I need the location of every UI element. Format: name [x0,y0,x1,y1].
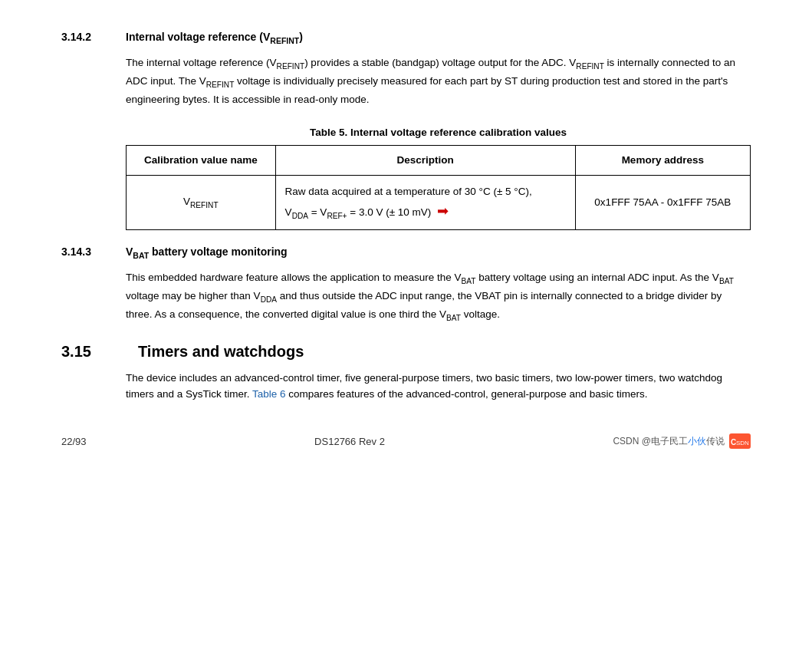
section-3142-paragraph: The internal voltage reference (VREFINT)… [126,54,751,107]
section-315-text-suffix: compares features of the advanced-contro… [286,388,648,400]
section-315-header: 3.15 Timers and watchdogs [61,343,751,361]
section-3143-number: 3.14.3 [61,245,107,258]
table5: Calibration value name Description Memor… [126,145,751,230]
section-315-title: Timers and watchdogs [138,343,304,361]
svg-text:SDN: SDN [736,440,749,446]
section-3142-number: 3.14.2 [61,31,107,43]
section-315-paragraph: The device includes an advanced-control … [126,370,751,403]
table5-header-row: Calibration value name Description Memor… [127,146,751,176]
table6-link[interactable]: Table 6 [252,388,286,400]
red-arrow-icon: ➡ [437,200,449,222]
table5-row-vrefint: VREFINT Raw data acquired at a temperatu… [127,175,751,229]
footer-doc: DS12766 Rev 2 [314,436,385,447]
footer-page: 22/93 [61,436,87,447]
section-3142-body: The internal voltage reference (VREFINT)… [126,54,751,231]
section-3142-title: Internal voltage reference (VREFINT) [126,31,303,45]
table5-caption: Table 5. Internal voltage reference cali… [126,124,751,141]
table5-cell-name: VREFINT [127,175,276,229]
section-3143-header: 3.14.3 VBAT battery voltage monitoring [61,245,751,260]
table5-cell-desc: Raw data acquired at a temperature of 30… [275,175,575,229]
table5-cell-addr: 0x1FFF 75AA - 0x1FFF 75AB [575,175,750,229]
section-3143-title: VBAT battery voltage monitoring [126,245,288,260]
section-315: 3.15 Timers and watchdogs The device inc… [61,343,751,403]
section-3143: 3.14.3 VBAT battery voltage monitoring T… [61,245,751,324]
table5-col-desc: Description [275,146,575,176]
section-3143-paragraph: This embedded hardware feature allows th… [126,269,751,325]
section-315-body: The device includes an advanced-control … [126,370,751,403]
table5-col-name: Calibration value name [127,146,276,176]
section-3143-body: This embedded hardware feature allows th… [126,269,751,325]
csdn-logo-icon: C SDN [729,433,751,449]
footer-watermark: CSDN @电子民工小伙传说 C SDN [613,433,751,449]
footer-watermark-text: CSDN @电子民工小伙传说 [613,435,725,448]
section-315-number: 3.15 [61,343,123,361]
footer: 22/93 DS12766 Rev 2 CSDN @电子民工小伙传说 C SDN [0,433,812,449]
section-3142-header: 3.14.2 Internal voltage reference (VREFI… [61,31,751,45]
table5-col-addr: Memory address [575,146,750,176]
